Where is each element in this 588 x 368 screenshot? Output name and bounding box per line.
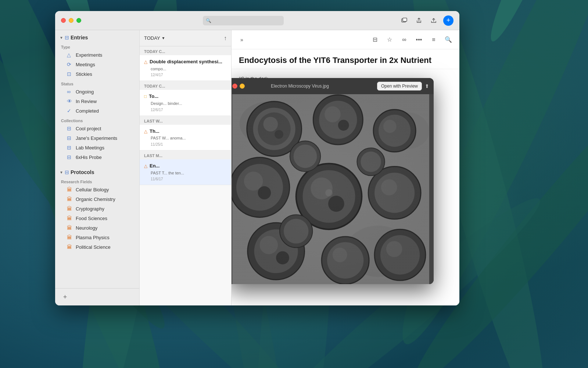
expand-icon: » [240, 37, 243, 43]
search-box[interactable]: 🔍 [203, 16, 284, 25]
sidebar-item-experiments[interactable]: △ Experiments [57, 50, 138, 60]
preview-virus-svg [232, 94, 434, 284]
folder-button[interactable]: ⊟ [370, 35, 380, 45]
sidebar-item-meetings[interactable]: ⟳ Meetings [57, 60, 138, 69]
star-icon: ☆ [387, 36, 392, 43]
sidebar-item-label: Completed [76, 108, 99, 114]
sidebar-item-food-sciences[interactable]: 🏛 Food Sciences [57, 213, 138, 223]
sidebar-item-completed[interactable]: ✓ Completed [57, 106, 138, 116]
window-controls [61, 18, 81, 23]
star-button[interactable]: ☆ [384, 35, 395, 45]
add-button[interactable]: + [61, 293, 69, 301]
building-icon: 🏛 [67, 187, 73, 192]
expand-panel-button[interactable]: » [237, 37, 246, 43]
entry-item-selected[interactable]: △ En... PAST T... the ten... 11/6/17 [140, 159, 231, 185]
date-filter[interactable]: TODAY ▼ [144, 35, 165, 41]
search-button[interactable]: 🔍 [443, 35, 453, 45]
close-button[interactable] [61, 18, 66, 23]
entry-group-last-week: LAST W... [140, 116, 231, 125]
sidebar-item-label: Plasma Physics [76, 235, 110, 240]
entry-group-today2: TODAY C... [140, 81, 231, 90]
entry-item-title: To... [149, 93, 227, 100]
svg-rect-74 [232, 94, 429, 284]
ongoing-icon: ∞ [67, 89, 73, 95]
main-toolbar-right: ⊟ ☆ ∞ ••• ≡ 🔍 [370, 35, 453, 45]
titlebar: 🔍 + [55, 11, 459, 30]
entry-title-bar: Endocytosis of the YIT6 Transporter in 2… [232, 49, 459, 69]
sticky-type-icon: □ [144, 94, 147, 99]
sidebar-item-neurology[interactable]: 🏛 Neurology [57, 223, 138, 233]
entry-group-last-month: LAST M... [140, 151, 231, 159]
more-button[interactable]: ••• [414, 35, 424, 45]
new-window-button[interactable] [399, 15, 409, 26]
entry-item-preview: PAST T... the ten... [151, 170, 227, 176]
preview-image-area [232, 94, 434, 284]
sidebar-item-stickies[interactable]: ⊡ Stickies [57, 69, 138, 79]
protocols-folder-icon: ⊟ [65, 169, 69, 175]
sidebar-item-organic-chemistry[interactable]: 🏛 Organic Chemistry [57, 194, 138, 204]
sort-icon: ↑ [224, 35, 227, 41]
sidebar-item-cryptography[interactable]: 🏛 Cryptography [57, 204, 138, 213]
entry-item[interactable]: □ To... Design... binder... 12/6/17 [140, 90, 231, 116]
completed-icon: ✓ [67, 108, 73, 114]
search-icon: 🔍 [445, 36, 452, 43]
sidebar-item-cellular-biology[interactable]: 🏛 Cellular Biology [57, 185, 138, 194]
entry-item-date: 12/4/17 [151, 73, 227, 77]
minimize-button[interactable] [69, 18, 74, 23]
experiments-icon: △ [67, 52, 73, 58]
titlebar-actions: + [399, 15, 453, 26]
sidebar-item-janes-experiments[interactable]: ⊟ Jane's Experiments [57, 133, 138, 143]
list-icon: ≡ [432, 36, 435, 43]
sidebar-item-label: Food Sciences [76, 216, 107, 221]
preview-share-button[interactable]: ⬆ [425, 83, 429, 89]
list-view-button[interactable]: ≡ [429, 35, 439, 45]
sidebar-item-ongoing[interactable]: ∞ Ongoing [57, 87, 138, 96]
entry-item[interactable]: △ Double displacement synthesi... compo.… [140, 55, 231, 81]
experiment-type-icon: △ [144, 59, 147, 64]
entry-item-header: △ Double displacement synthesi... [144, 59, 227, 65]
entry-group-today: TODAY C... [140, 46, 231, 55]
in-review-icon: 👁 [67, 98, 73, 104]
folder-icon: ⊟ [373, 36, 377, 43]
folder-icon: ⊟ [67, 145, 73, 151]
experiment-type-icon: △ [144, 129, 147, 134]
protocols-section-title: Protocols [71, 169, 94, 175]
entry-item-header: □ To... [144, 93, 227, 100]
window-body: ▼ ⊟ Entries Type △ Experiments ⟳ Meeting… [55, 30, 459, 305]
research-fields-category-label: Research Fields [55, 177, 139, 185]
export-button[interactable] [429, 15, 439, 26]
more-icon: ••• [416, 36, 422, 43]
sidebar-item-in-review[interactable]: 👁 In Review [57, 96, 138, 106]
entry-item-preview: Design... binder... [151, 101, 227, 106]
folder-icon: ⊟ [67, 135, 73, 141]
entry-item[interactable]: △ Th... PAST W... anoma... 11/25/1 [140, 125, 231, 151]
sidebar-item-lab-meetings[interactable]: ⊟ Lab Meetings [57, 143, 138, 152]
sidebar-item-6xhis-probe[interactable]: ⊟ 6xHis Probe [57, 152, 138, 162]
date-filter-label: TODAY [144, 35, 160, 41]
protocols-section-header[interactable]: ▼ ⊟ Protocols [55, 168, 139, 177]
sidebar-item-political-science[interactable]: 🏛 Political Science [57, 242, 138, 252]
sidebar: ▼ ⊟ Entries Type △ Experiments ⟳ Meeting… [55, 30, 140, 305]
folder-icon: ⊟ [67, 125, 73, 131]
sidebar-item-cool-project[interactable]: ⊟ Cool project [57, 124, 138, 133]
entry-item-header: △ En... [144, 163, 227, 169]
sidebar-item-label: Cool project [76, 126, 101, 131]
sidebar-item-plasma-physics[interactable]: 🏛 Plasma Physics [57, 233, 138, 242]
maximize-button[interactable] [76, 18, 81, 23]
entries-section-header[interactable]: ▼ ⊟ Entries [55, 33, 139, 42]
share-button[interactable] [414, 15, 424, 26]
sidebar-item-label: Stickies [76, 71, 92, 77]
export-icon [431, 18, 437, 24]
infinity-icon: ∞ [402, 36, 406, 43]
sidebar-item-label: Ongoing [76, 89, 94, 95]
new-entry-button[interactable]: + [443, 15, 453, 26]
entry-list: TODAY ▼ ↑ TODAY C... △ Double displaceme… [140, 30, 232, 305]
building-icon: 🏛 [67, 206, 73, 212]
collections-category-label: Collections [55, 116, 139, 124]
open-with-preview-button[interactable]: Open with Preview [377, 82, 422, 91]
sort-button[interactable]: ↑ [224, 35, 227, 42]
entry-item-preview: compo... [151, 66, 227, 72]
add-icon: + [63, 293, 67, 301]
infinity-button[interactable]: ∞ [399, 35, 409, 45]
building-icon: 🏛 [67, 215, 73, 221]
